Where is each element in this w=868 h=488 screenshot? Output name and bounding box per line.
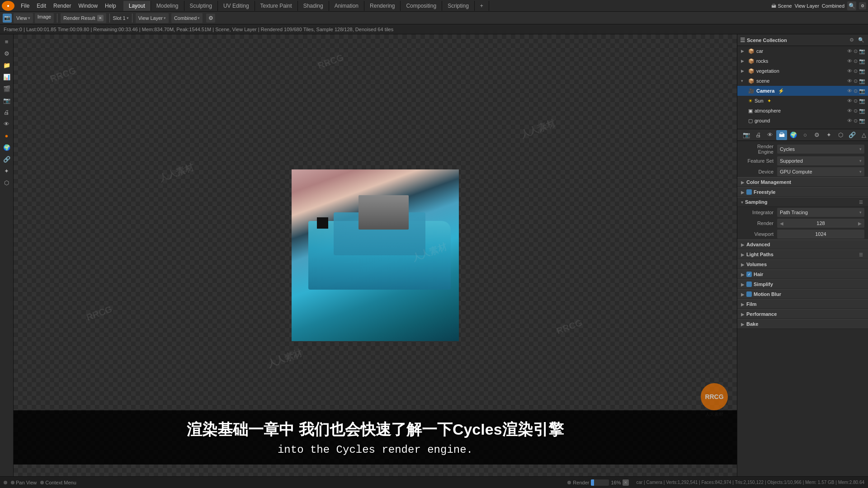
light-paths-header[interactable]: ▶ Light Paths ☰: [737, 249, 868, 259]
color-management-header[interactable]: ▶ Color Management: [737, 177, 868, 187]
context-menu-item[interactable]: Context Menu: [40, 480, 76, 485]
sampling-menu[interactable]: ☰: [857, 198, 864, 206]
render-settings-icon[interactable]: ⚙: [206, 14, 215, 23]
sidebar-data[interactable]: 📊: [1, 71, 12, 82]
close-render-btn[interactable]: ✕: [97, 15, 104, 21]
outliner-sel-car[interactable]: ⊙: [854, 48, 858, 54]
prop-tab-render[interactable]: 📷: [741, 130, 752, 140]
outliner-item-atmosphere[interactable]: ▣ atmosphere 👁 ⊙ 📷: [737, 106, 868, 116]
device-select[interactable]: GPU Compute ▾: [777, 167, 864, 176]
prop-tab-modifier[interactable]: ⚙: [811, 130, 822, 140]
outliner-render-veg[interactable]: 📷: [859, 68, 865, 74]
view-btn[interactable]: View ▾: [14, 13, 33, 23]
pan-view-item[interactable]: Pan View: [11, 480, 37, 485]
prop-tab-physics[interactable]: ⬡: [835, 130, 846, 140]
prop-tab-view[interactable]: 👁: [764, 130, 775, 140]
sidebar-render-props[interactable]: 📷: [1, 95, 12, 106]
simplify-checkbox[interactable]: [746, 282, 752, 287]
outliner-item-vegetation[interactable]: ▶ 📦 vegetation 👁 ⊙ 📷: [737, 66, 868, 76]
prop-tab-scene[interactable]: 🏔: [776, 130, 787, 140]
outliner-sel-atm[interactable]: ⊙: [854, 108, 858, 114]
render-stop-btn[interactable]: ✕: [623, 479, 629, 486]
tab-scripting[interactable]: Scripting: [442, 1, 475, 11]
tab-animation[interactable]: Animation: [329, 1, 364, 11]
prop-tab-particles[interactable]: ✦: [823, 130, 834, 140]
hair-header[interactable]: ▶ ✓ Hair: [737, 269, 868, 279]
outliner-render-rocks[interactable]: 📷: [859, 58, 865, 64]
outliner-sel-sun[interactable]: ⊙: [854, 98, 858, 104]
outliner-item-camera[interactable]: 🎥 Camera ⚡ 👁 ⊙ 📷: [737, 86, 868, 96]
render-icon[interactable]: 📷: [3, 14, 12, 23]
outliner-vis-atm[interactable]: 👁: [847, 108, 852, 114]
hair-checkbox[interactable]: ✓: [746, 272, 752, 277]
freestyle-checkbox[interactable]: [746, 189, 752, 195]
tab-sculpting[interactable]: Sculpting: [184, 1, 218, 11]
sidebar-files[interactable]: 📁: [1, 60, 12, 70]
outliner-item-scene[interactable]: ▾ 📦 scene 👁 ⊙ 📷: [737, 76, 868, 86]
render-samples-input[interactable]: ◀ 128 ▶: [777, 219, 864, 228]
tab-texture-paint[interactable]: Texture Paint: [255, 1, 298, 11]
menu-file[interactable]: File: [17, 2, 33, 10]
feature-set-select[interactable]: Supported ▾: [777, 156, 864, 165]
outliner-sel-veg[interactable]: ⊙: [854, 68, 858, 74]
simplify-header[interactable]: ▶ Simplify: [737, 279, 868, 289]
sampling-header[interactable]: ▾ Sampling ☰: [737, 197, 868, 207]
tab-shading[interactable]: Shading: [298, 1, 329, 11]
combined-selector[interactable]: Combined ▾: [171, 13, 203, 23]
menu-help[interactable]: Help: [101, 2, 120, 10]
motion-blur-checkbox[interactable]: [746, 291, 752, 297]
outliner-sel-scene[interactable]: ⊙: [854, 78, 858, 84]
outliner-item-rocks[interactable]: ▶ 📦 rocks 👁 ⊙ 📷: [737, 56, 868, 66]
film-header[interactable]: ▶ Film: [737, 299, 868, 309]
outliner-vis-scene[interactable]: 👁: [847, 78, 852, 84]
sidebar-material[interactable]: ●: [1, 130, 12, 141]
sidebar-physics[interactable]: ⬡: [1, 177, 12, 188]
filter-icon[interactable]: ⚙: [859, 2, 866, 9]
outliner-render-gnd[interactable]: 📷: [859, 118, 865, 124]
advanced-header[interactable]: ▶ Advanced: [737, 239, 868, 249]
sidebar-particles[interactable]: ✦: [1, 165, 12, 176]
prop-tab-object[interactable]: ○: [800, 130, 811, 140]
sidebar-outliner[interactable]: ≡: [1, 36, 12, 47]
sidebar-world[interactable]: 🌍: [1, 142, 12, 153]
outliner-vis-cam[interactable]: 👁: [847, 88, 852, 94]
integrator-select[interactable]: Path Tracing ▾: [777, 208, 864, 217]
outliner-sel-cam[interactable]: ⊙: [854, 88, 858, 94]
performance-header[interactable]: ▶ Performance: [737, 309, 868, 319]
prop-tab-data[interactable]: △: [859, 130, 868, 140]
slot-selector[interactable]: Slot 1 ▾: [113, 15, 129, 21]
outliner-item-sun[interactable]: ☀ Sun ✦ 👁 ⊙ 📷: [737, 96, 868, 106]
render-arrow-right[interactable]: ▶: [858, 221, 862, 226]
view-layer-selector[interactable]: View Layer ▾: [136, 13, 169, 23]
tab-add[interactable]: +: [475, 1, 489, 11]
tab-rendering[interactable]: Rendering: [364, 1, 401, 11]
outliner-render-atm[interactable]: 📷: [859, 108, 865, 114]
render-arrow-left[interactable]: ◀: [780, 221, 783, 226]
sidebar-view[interactable]: 👁: [1, 118, 12, 129]
tab-uv-editing[interactable]: UV Editing: [218, 1, 255, 11]
tab-layout[interactable]: Layout: [123, 1, 151, 11]
outliner-vis-gnd[interactable]: 👁: [847, 118, 852, 124]
viewport-samples-input[interactable]: 1024: [777, 230, 864, 239]
tab-compositing[interactable]: Compositing: [401, 1, 442, 11]
outliner-sel-gnd[interactable]: ⊙: [854, 118, 858, 124]
sidebar-properties[interactable]: ⚙: [1, 48, 12, 59]
outliner-item-ground[interactable]: ▢ ground 👁 ⊙ 📷: [737, 116, 868, 126]
outliner-render-sun[interactable]: 📷: [859, 98, 865, 104]
menu-window[interactable]: Window: [75, 2, 101, 10]
sidebar-scene[interactable]: 🎬: [1, 83, 12, 94]
render-result-tab[interactable]: Render Result ✕: [61, 13, 106, 23]
menu-render[interactable]: Render: [50, 2, 75, 10]
outliner-vis-rocks[interactable]: 👁: [847, 58, 852, 64]
search-button[interactable]: 🔍: [847, 1, 856, 10]
outliner-item-car[interactable]: ▶ 📦 car 👁 ⊙ 📷: [737, 46, 868, 56]
tab-modeling[interactable]: Modeling: [151, 1, 184, 11]
outliner-search[interactable]: 🔍: [857, 36, 865, 44]
outliner-render-cam[interactable]: 📷: [859, 88, 865, 94]
volumes-header[interactable]: ▶ Volumes: [737, 259, 868, 269]
prop-tab-constraints[interactable]: 🔗: [847, 130, 858, 140]
status-left-icon[interactable]: [4, 481, 7, 484]
sidebar-output[interactable]: 🖨: [1, 107, 12, 117]
outliner-sel-rocks[interactable]: ⊙: [854, 58, 858, 64]
bake-header[interactable]: ▶ Bake: [737, 319, 868, 329]
